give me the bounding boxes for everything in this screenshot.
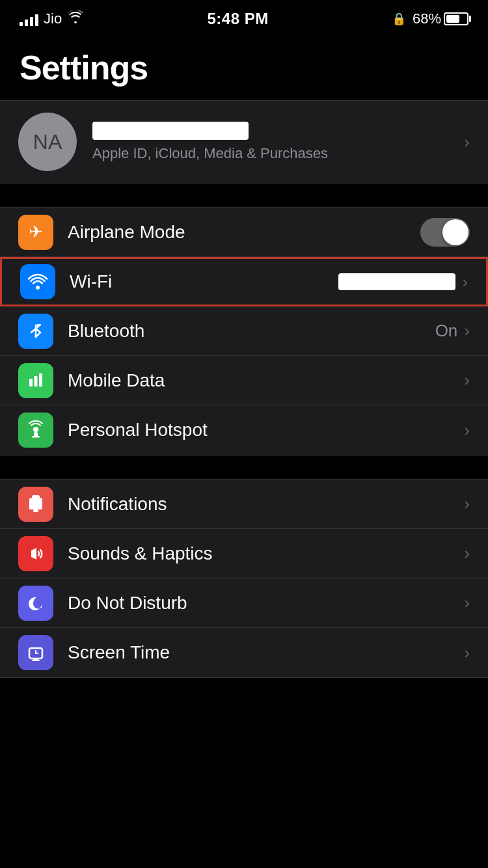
svg-text:✈: ✈: [29, 222, 43, 241]
gap-1: [0, 183, 488, 207]
page-title-container: Settings: [0, 35, 488, 100]
bluetooth-value: On: [435, 321, 458, 341]
bluetooth-chevron: ›: [464, 321, 470, 341]
do-not-disturb-label: Do Not Disturb: [68, 593, 464, 614]
screen-time-chevron: ›: [464, 643, 470, 663]
personal-hotspot-icon: [18, 413, 53, 448]
connectivity-group: ✈ Airplane Mode Wi-Fi › Bluetooth: [0, 207, 488, 455]
carrier-name: Jio: [44, 10, 62, 27]
profile-name-blur: [92, 122, 249, 140]
status-left: Jio: [20, 10, 84, 27]
svg-rect-8: [29, 498, 42, 508]
lock-icon: 🔒: [392, 12, 406, 26]
bluetooth-row[interactable]: Bluetooth On ›: [0, 306, 488, 356]
battery: 68%: [413, 10, 468, 27]
svg-rect-2: [29, 379, 33, 387]
svg-rect-3: [34, 376, 38, 387]
wifi-value-blur: [338, 273, 455, 290]
wifi-chevron: ›: [462, 272, 468, 292]
notifications-row[interactable]: Notifications ›: [0, 480, 488, 529]
profile-chevron: ›: [464, 132, 470, 152]
status-time: 5:48 PM: [207, 10, 268, 28]
airplane-mode-label: Airplane Mode: [68, 222, 420, 243]
svg-rect-9: [29, 507, 42, 509]
battery-percent: 68%: [413, 10, 441, 27]
svg-marker-11: [31, 548, 36, 560]
screen-time-icon: [18, 635, 53, 670]
system-group: Notifications › Sounds & Haptics › Do No…: [0, 479, 488, 678]
signal-bars-icon: [20, 12, 38, 26]
airplane-mode-icon: ✈: [18, 215, 53, 250]
svg-rect-14: [32, 660, 40, 661]
status-right: 🔒 68%: [392, 10, 468, 27]
do-not-disturb-chevron: ›: [464, 593, 470, 613]
wifi-status-icon: [67, 10, 84, 27]
sounds-haptics-label: Sounds & Haptics: [68, 543, 464, 564]
profile-row[interactable]: NA Apple ID, iCloud, Media & Purchases ›: [0, 100, 488, 183]
personal-hotspot-label: Personal Hotspot: [68, 420, 464, 441]
airplane-mode-toggle[interactable]: [420, 218, 470, 247]
notifications-icon: [18, 487, 53, 522]
sounds-haptics-chevron: ›: [464, 543, 470, 563]
svg-point-5: [33, 427, 38, 432]
svg-rect-4: [39, 373, 42, 387]
notifications-label: Notifications: [68, 494, 464, 515]
notifications-chevron: ›: [464, 494, 470, 514]
screen-time-label: Screen Time: [68, 642, 464, 663]
wifi-row[interactable]: Wi-Fi ›: [0, 257, 488, 306]
battery-icon: [444, 12, 468, 25]
svg-point-1: [36, 286, 40, 290]
svg-rect-7: [32, 436, 40, 438]
bluetooth-icon: [18, 314, 53, 349]
personal-hotspot-row[interactable]: Personal Hotspot ›: [0, 405, 488, 455]
mobile-data-label: Mobile Data: [68, 370, 464, 391]
bluetooth-label: Bluetooth: [68, 321, 435, 342]
mobile-data-chevron: ›: [464, 370, 470, 390]
profile-subtitle: Apple ID, iCloud, Media & Purchases: [92, 145, 448, 162]
personal-hotspot-chevron: ›: [464, 420, 470, 441]
airplane-mode-row[interactable]: ✈ Airplane Mode: [0, 208, 488, 257]
gap-2: [0, 455, 488, 479]
status-bar: Jio 5:48 PM 🔒 68%: [0, 0, 488, 35]
wifi-label: Wi-Fi: [70, 271, 338, 292]
page-title: Settings: [20, 48, 468, 87]
screen-time-row[interactable]: Screen Time ›: [0, 628, 488, 677]
wifi-icon: [20, 264, 55, 299]
avatar: NA: [18, 113, 77, 171]
mobile-data-row[interactable]: Mobile Data ›: [0, 356, 488, 405]
profile-info: Apple ID, iCloud, Media & Purchases: [92, 122, 448, 162]
sounds-haptics-row[interactable]: Sounds & Haptics ›: [0, 529, 488, 578]
mobile-data-icon: [18, 363, 53, 398]
svg-rect-13: [33, 658, 38, 660]
svg-rect-10: [33, 509, 38, 512]
sounds-haptics-icon: [18, 536, 53, 571]
do-not-disturb-row[interactable]: Do Not Disturb ›: [0, 578, 488, 628]
do-not-disturb-icon: [18, 586, 53, 621]
